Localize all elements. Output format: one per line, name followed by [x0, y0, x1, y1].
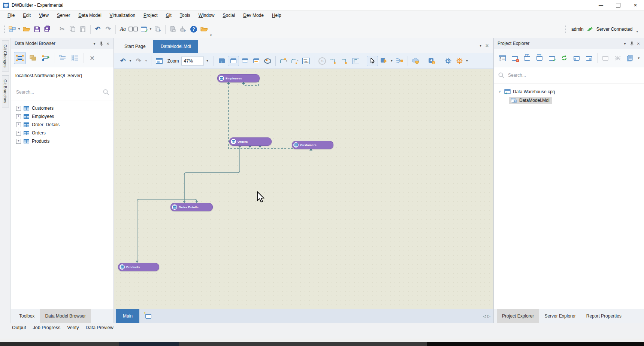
detail-view-icon[interactable]: [70, 52, 81, 64]
output-tab[interactable]: Output: [11, 324, 27, 331]
add-table-icon[interactable]: [600, 52, 611, 64]
undo-icon[interactable]: ↶: [93, 24, 103, 34]
entity-employees[interactable]: Employees: [217, 74, 260, 82]
server-explorer-tab[interactable]: Server Explorer: [539, 309, 581, 323]
pe-search-input[interactable]: [507, 72, 640, 78]
search-icon[interactable]: [103, 89, 109, 95]
view-keys-icon[interactable]: [251, 56, 261, 66]
tree-item-customers[interactable]: + Customers: [16, 104, 114, 112]
view-columns-eye-icon[interactable]: [262, 56, 273, 66]
menu-edit[interactable]: Edit: [19, 11, 34, 19]
font-icon[interactable]: Aa: [118, 24, 128, 34]
menu-social[interactable]: Social: [219, 11, 239, 19]
job-progress-tab[interactable]: Job Progress: [32, 324, 61, 331]
pointer-icon[interactable]: [367, 56, 378, 66]
start-page-tab[interactable]: Start Page: [117, 40, 153, 53]
entity-orders[interactable]: Orders: [229, 137, 272, 146]
git-branches-tab[interactable]: Git Branches: [2, 75, 9, 107]
list-view-icon[interactable]: [57, 52, 68, 64]
canvas-undo-caret-icon[interactable]: ▼: [129, 59, 132, 63]
panel-pin-icon[interactable]: [98, 40, 105, 47]
toolbar-overflow-icon[interactable]: ▾: [210, 33, 212, 37]
forward-engineer-icon[interactable]: [379, 56, 389, 66]
panel-close-icon[interactable]: ✕: [105, 40, 111, 47]
panel-left-icon[interactable]: [571, 52, 582, 64]
cut-icon[interactable]: ✂: [57, 24, 67, 34]
add-rows-icon[interactable]: [521, 52, 532, 64]
entity-order-details[interactable]: Order Details: [170, 203, 213, 211]
route-dashed-icon[interactable]: [328, 56, 339, 66]
canvas-redo-icon[interactable]: ↷: [133, 56, 144, 66]
diagram-canvas[interactable]: Employees Orders Customers Order Details…: [114, 69, 493, 309]
expand-icon[interactable]: +: [16, 131, 21, 136]
tree-item-orders[interactable]: + Orders: [16, 129, 114, 137]
toolbar-gripper[interactable]: [4, 24, 6, 34]
find-icon[interactable]: [129, 24, 138, 34]
search-icon[interactable]: [498, 72, 504, 78]
panel-close-icon[interactable]: ✕: [635, 40, 642, 47]
show-labels-icon[interactable]: Abc1234: [301, 56, 311, 66]
settings-caret-icon[interactable]: ▼: [465, 59, 468, 63]
save-icon[interactable]: [32, 24, 42, 34]
entity-products[interactable]: Products: [118, 263, 159, 271]
overview-icon[interactable]: [154, 56, 164, 66]
menu-view[interactable]: View: [35, 11, 52, 19]
panel-right-icon[interactable]: [584, 52, 595, 64]
copy-run-icon[interactable]: [153, 24, 163, 34]
project-root-item[interactable]: ˅ Data Warehouse.cprj: [498, 87, 644, 96]
auto-snap-icon[interactable]: S: [317, 56, 327, 66]
menu-virtualization[interactable]: Virtualization: [106, 11, 139, 19]
paste-icon[interactable]: [78, 24, 88, 34]
maximize-button[interactable]: [610, 0, 627, 10]
project-child-item[interactable]: DataModel.Mdl: [498, 96, 644, 104]
redo-icon[interactable]: ↷: [103, 24, 113, 34]
panel-menu-icon[interactable]: ▾: [91, 40, 98, 47]
route-solid-icon[interactable]: [339, 56, 350, 66]
save-all-icon[interactable]: [43, 24, 52, 34]
deploy-icon[interactable]: [178, 24, 188, 34]
tab-close-icon[interactable]: ✕: [485, 43, 489, 48]
menu-help[interactable]: Help: [268, 11, 285, 19]
tab-list-icon[interactable]: ▾: [480, 44, 481, 48]
relationships-icon[interactable]: [40, 52, 51, 64]
layout-icon[interactable]: [14, 52, 26, 64]
menu-git[interactable]: Git: [162, 11, 175, 19]
chevron-down-icon[interactable]: ˅: [498, 90, 502, 94]
validate-icon[interactable]: [546, 52, 557, 64]
route-down-icon[interactable]: [290, 56, 300, 66]
panel-pin-icon[interactable]: [628, 40, 635, 47]
canvas-redo-caret-icon[interactable]: ▼: [145, 59, 148, 63]
tree-item-order-details[interactable]: + Order_Details: [16, 121, 114, 129]
database-icon[interactable]: [168, 24, 178, 34]
settings-blue-gear-icon[interactable]: [443, 56, 453, 66]
menu-dev-mode[interactable]: Dev Mode: [239, 11, 267, 19]
git-changes-tab[interactable]: Git Changes: [2, 40, 9, 72]
data-preview-tab[interactable]: Data Preview: [85, 324, 114, 331]
datamodel-tab[interactable]: DataModel.Mdl: [153, 40, 199, 53]
menu-server[interactable]: Server: [53, 11, 74, 19]
close-button[interactable]: ✕: [627, 0, 644, 10]
panel-menu-icon[interactable]: ▾: [622, 40, 628, 47]
report-properties-tab[interactable]: Report Properties: [581, 309, 627, 323]
layers-icon[interactable]: [27, 52, 39, 64]
project-explorer-tab[interactable]: Project Explorer: [497, 309, 539, 323]
merge-icon[interactable]: [394, 56, 405, 66]
canvas-undo-icon[interactable]: ↶: [118, 56, 128, 66]
route-orthogonal-icon[interactable]: [351, 56, 361, 66]
clear-icon[interactable]: ✕: [87, 52, 98, 64]
expand-icon[interactable]: +: [16, 114, 21, 119]
help-icon[interactable]: ?: [189, 24, 199, 34]
expand-icon[interactable]: +: [16, 106, 21, 111]
options-caret-icon[interactable]: ▼: [149, 27, 152, 31]
lineage-icon[interactable]: [613, 52, 623, 64]
open-project-icon[interactable]: [199, 24, 209, 34]
new-diagram-icon[interactable]: [145, 309, 151, 323]
view-rows-icon[interactable]: [240, 56, 250, 66]
view-collapsed-icon[interactable]: [217, 56, 227, 66]
open-folder-icon[interactable]: [22, 24, 31, 34]
forward-engineer-caret-icon[interactable]: ▼: [390, 59, 393, 63]
view-header-icon[interactable]: [228, 56, 239, 66]
menu-tools[interactable]: Tools: [176, 11, 194, 19]
verify-tab[interactable]: Verify: [66, 324, 79, 331]
refresh-icon[interactable]: [559, 52, 569, 64]
